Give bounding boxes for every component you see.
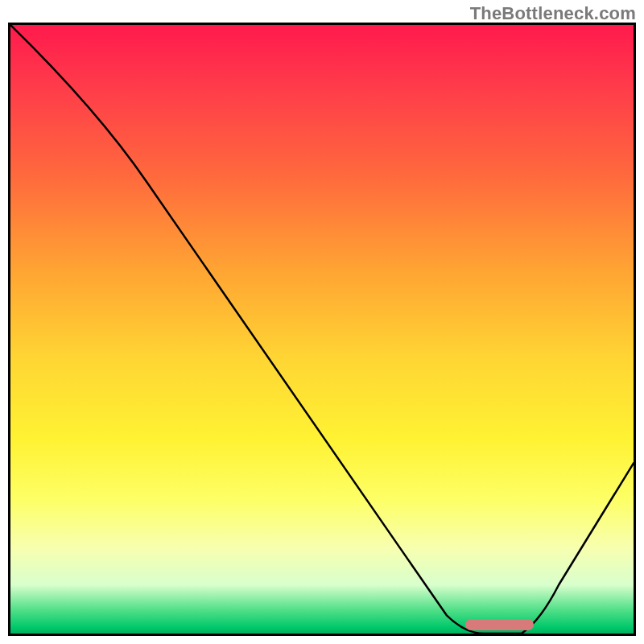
chart-frame — [8, 23, 636, 636]
optimal-range-marker — [465, 619, 534, 630]
watermark-text: TheBottleneck.com — [470, 3, 636, 24]
bottleneck-curve — [10, 25, 634, 634]
curve-path — [10, 25, 634, 634]
